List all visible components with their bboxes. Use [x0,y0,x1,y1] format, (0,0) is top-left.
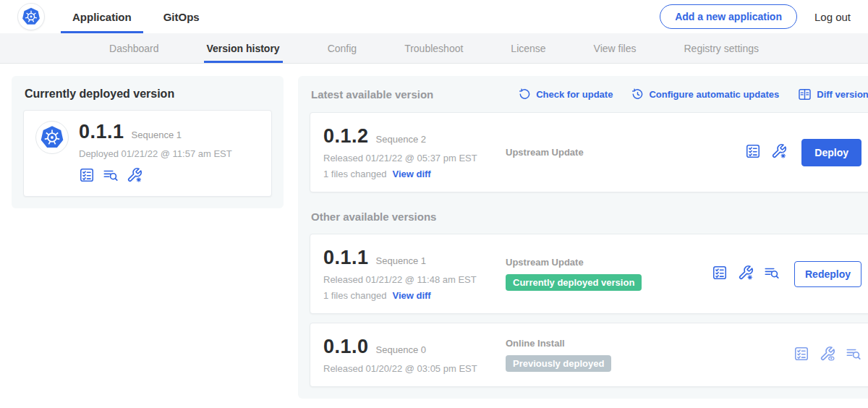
deploy-button[interactable]: Deploy [801,139,861,166]
currently-deployed-panel: Currently deployed version 0.1.1 Sequenc… [12,76,284,208]
top-nav: Application GitOps Add a new application… [0,0,868,33]
sequence-label: Sequence 0 [376,344,426,355]
available-versions-panel: Latest available version Check for updat… [298,76,868,399]
subnav-dashboard[interactable]: Dashboard [106,33,162,63]
version-number: 0.1.2 [323,125,369,148]
configure-automatic-updates-label: Configure automatic updates [649,89,779,100]
version-card-0-1-2: 0.1.2 Sequence 2 Released 01/21/22 @ 05:… [310,112,868,192]
app-tabs: Application GitOps [61,0,211,33]
view-diff-link[interactable]: View diff [392,169,430,179]
edit-config-wrench-icon[interactable] [127,167,142,186]
check-for-update-link[interactable]: Check for update [519,88,613,101]
deploy-logs-icon[interactable] [764,265,780,284]
tab-application[interactable]: Application [61,0,143,33]
edit-config-wrench-icon[interactable] [738,265,754,284]
deploy-logs-icon[interactable] [846,346,861,365]
version-source-label: Upstream Update [506,147,712,158]
edit-config-wrench-icon[interactable] [771,143,787,162]
preflight-checklist-icon[interactable] [712,265,728,284]
deployed-sequence-label: Sequence 1 [132,129,182,140]
subnav-config[interactable]: Config [325,33,359,63]
subnav-view-files[interactable]: View files [591,33,639,63]
files-changed-label: 1 files changed [323,169,386,179]
version-number: 0.1.0 [323,336,369,358]
redeploy-button[interactable]: Redeploy [794,261,861,287]
preflight-checklist-icon[interactable] [79,167,95,186]
main-content: Currently deployed version 0.1.1 Sequenc… [0,64,868,399]
other-versions-title: Other available versions [311,211,868,223]
latest-available-title: Latest available version [311,88,433,101]
preflight-checklist-icon[interactable] [793,346,809,365]
check-for-update-label: Check for update [536,89,613,100]
diff-versions-link[interactable]: Diff versions [798,88,868,101]
app-kubernetes-logo-icon [35,121,69,154]
version-card-0-1-1: 0.1.1 Sequence 1 Released 01/21/22 @ 11:… [310,234,868,314]
tab-gitops[interactable]: GitOps [152,0,211,33]
subnav-license[interactable]: License [508,33,548,63]
sequence-label: Sequence 1 [376,255,426,266]
deploy-logs-icon[interactable] [103,167,119,186]
subnav-troubleshoot[interactable]: Troubleshoot [401,33,466,63]
released-timestamp: Released 01/21/22 @ 11:48 am EST [323,274,506,285]
released-timestamp: Released 01/21/22 @ 05:37 pm EST [323,153,506,163]
diff-icon [798,88,812,101]
deployed-version-number: 0.1.1 [79,121,124,143]
preflight-checklist-icon[interactable] [745,143,761,162]
sequence-label: Sequence 2 [376,134,426,145]
released-timestamp: Released 01/20/22 @ 03:05 pm EST [323,363,506,374]
view-config-wrench-icon[interactable] [820,346,835,365]
subnav-version-history[interactable]: Version history [204,33,283,63]
version-source-label: Upstream Update [506,257,712,268]
view-diff-link[interactable]: View diff [392,290,430,301]
deployed-version-card: 0.1.1 Sequence 1 Deployed 01/21/22 @ 11:… [23,110,272,197]
version-source-label: Online Install [506,338,712,349]
add-application-button[interactable]: Add a new application [660,4,797,29]
files-changed-label: 1 files changed [323,290,386,301]
section-nav: Dashboard Version history Config Trouble… [0,33,868,64]
subnav-registry-settings[interactable]: Registry settings [681,33,762,63]
logout-button[interactable]: Log out [814,11,851,23]
currently-deployed-badge: Currently deployed version [506,274,642,291]
version-card-0-1-0: 0.1.0 Sequence 0 Released 01/20/22 @ 03:… [310,323,868,387]
deployed-panel-title: Currently deployed version [23,88,272,101]
auto-update-clock-icon [631,88,644,101]
version-number: 0.1.1 [323,247,369,269]
diff-versions-label: Diff versions [817,89,868,100]
kubernetes-logo-icon [17,3,45,30]
deployed-timestamp: Deployed 01/21/22 @ 11:57 am EST [79,148,232,159]
configure-automatic-updates-link[interactable]: Configure automatic updates [631,88,779,101]
refresh-icon [519,88,531,101]
previously-deployed-badge: Previously deployed [506,355,611,372]
